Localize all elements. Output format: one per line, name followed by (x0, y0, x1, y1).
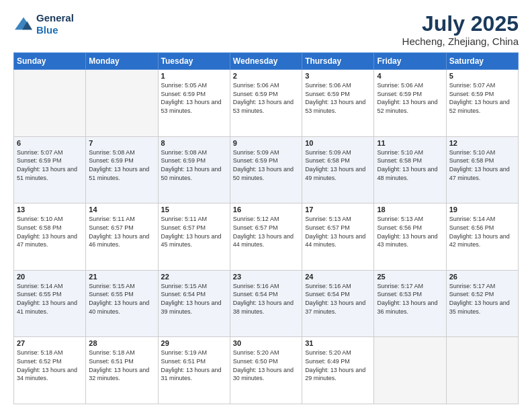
sub-title: Hecheng, Zhejiang, China (402, 36, 519, 47)
day-number: 11 (377, 139, 443, 147)
day-info: Sunrise: 5:07 AMSunset: 6:59 PMDaylight:… (449, 81, 515, 115)
day-info: Sunrise: 5:13 AMSunset: 6:57 PMDaylight:… (305, 215, 371, 248)
day-number: 30 (233, 339, 299, 347)
day-number: 8 (161, 139, 227, 147)
calendar-week-row: 1Sunrise: 5:05 AMSunset: 6:59 PMDaylight… (14, 70, 519, 137)
table-row: 19Sunrise: 5:14 AMSunset: 6:56 PMDayligh… (446, 203, 518, 271)
day-number: 3 (305, 72, 371, 80)
table-row: 3Sunrise: 5:06 AMSunset: 6:59 PMDaylight… (302, 70, 374, 137)
day-number: 23 (233, 273, 299, 281)
calendar-week-row: 27Sunrise: 5:18 AMSunset: 6:52 PMDayligh… (14, 337, 519, 404)
logo-text: General Blue (36, 12, 74, 36)
day-info: Sunrise: 5:15 AMSunset: 6:55 PMDaylight:… (89, 282, 154, 316)
day-info: Sunrise: 5:16 AMSunset: 6:54 PMDaylight:… (305, 282, 371, 316)
day-info: Sunrise: 5:16 AMSunset: 6:54 PMDaylight:… (233, 282, 299, 316)
table-row (14, 70, 86, 137)
day-info: Sunrise: 5:06 AMSunset: 6:59 PMDaylight:… (305, 81, 371, 115)
day-info: Sunrise: 5:08 AMSunset: 6:59 PMDaylight:… (89, 148, 154, 182)
table-row: 17Sunrise: 5:13 AMSunset: 6:57 PMDayligh… (302, 203, 374, 271)
day-number: 27 (17, 339, 83, 347)
day-number: 4 (377, 72, 443, 80)
day-info: Sunrise: 5:20 AMSunset: 6:49 PMDaylight:… (305, 349, 371, 382)
day-number: 29 (161, 339, 227, 347)
table-row: 13Sunrise: 5:10 AMSunset: 6:58 PMDayligh… (14, 203, 86, 271)
table-row: 10Sunrise: 5:09 AMSunset: 6:58 PMDayligh… (302, 136, 374, 203)
header: General Blue July 2025 Hecheng, Zhejiang… (13, 12, 519, 47)
table-row: 28Sunrise: 5:18 AMSunset: 6:51 PMDayligh… (86, 337, 158, 404)
page: General Blue July 2025 Hecheng, Zhejiang… (0, 0, 532, 411)
day-info: Sunrise: 5:10 AMSunset: 6:58 PMDaylight:… (449, 148, 515, 182)
table-row: 5Sunrise: 5:07 AMSunset: 6:59 PMDaylight… (446, 70, 518, 137)
table-row: 23Sunrise: 5:16 AMSunset: 6:54 PMDayligh… (230, 270, 302, 337)
day-info: Sunrise: 5:11 AMSunset: 6:57 PMDaylight:… (161, 215, 227, 248)
table-row (446, 337, 518, 404)
table-row: 1Sunrise: 5:05 AMSunset: 6:59 PMDaylight… (158, 70, 230, 137)
calendar-week-row: 20Sunrise: 5:14 AMSunset: 6:55 PMDayligh… (14, 270, 519, 337)
table-row: 30Sunrise: 5:20 AMSunset: 6:50 PMDayligh… (230, 337, 302, 404)
table-row: 22Sunrise: 5:15 AMSunset: 6:54 PMDayligh… (158, 270, 230, 337)
day-info: Sunrise: 5:07 AMSunset: 6:59 PMDaylight:… (17, 148, 83, 182)
table-row: 9Sunrise: 5:09 AMSunset: 6:59 PMDaylight… (230, 136, 302, 203)
table-row: 11Sunrise: 5:10 AMSunset: 6:58 PMDayligh… (374, 136, 446, 203)
day-number: 22 (161, 273, 227, 281)
logo-icon (13, 16, 34, 32)
day-number: 31 (305, 339, 371, 347)
table-row: 29Sunrise: 5:19 AMSunset: 6:51 PMDayligh… (158, 337, 230, 404)
col-friday: Friday (374, 53, 446, 70)
day-info: Sunrise: 5:18 AMSunset: 6:51 PMDaylight:… (89, 349, 154, 382)
day-number: 16 (233, 205, 299, 214)
day-number: 15 (161, 205, 227, 214)
table-row: 4Sunrise: 5:06 AMSunset: 6:59 PMDaylight… (374, 70, 446, 137)
day-number: 25 (377, 273, 443, 281)
col-wednesday: Wednesday (230, 53, 302, 70)
day-number: 7 (89, 139, 154, 147)
table-row: 14Sunrise: 5:11 AMSunset: 6:57 PMDayligh… (86, 203, 158, 271)
day-number: 12 (449, 139, 515, 147)
main-title: July 2025 (402, 12, 519, 36)
title-block: July 2025 Hecheng, Zhejiang, China (402, 12, 519, 47)
table-row: 16Sunrise: 5:12 AMSunset: 6:57 PMDayligh… (230, 203, 302, 271)
day-info: Sunrise: 5:10 AMSunset: 6:58 PMDaylight:… (17, 215, 83, 248)
table-row (374, 337, 446, 404)
day-number: 1 (161, 72, 227, 80)
table-row: 25Sunrise: 5:17 AMSunset: 6:53 PMDayligh… (374, 270, 446, 337)
table-row: 8Sunrise: 5:08 AMSunset: 6:59 PMDaylight… (158, 136, 230, 203)
day-info: Sunrise: 5:09 AMSunset: 6:58 PMDaylight:… (305, 148, 371, 182)
day-info: Sunrise: 5:09 AMSunset: 6:59 PMDaylight:… (233, 148, 299, 182)
day-info: Sunrise: 5:19 AMSunset: 6:51 PMDaylight:… (161, 349, 227, 382)
day-number: 18 (377, 205, 443, 214)
day-info: Sunrise: 5:12 AMSunset: 6:57 PMDaylight:… (233, 215, 299, 248)
day-number: 9 (233, 139, 299, 147)
table-row: 2Sunrise: 5:06 AMSunset: 6:59 PMDaylight… (230, 70, 302, 137)
table-row: 18Sunrise: 5:13 AMSunset: 6:56 PMDayligh… (374, 203, 446, 271)
day-info: Sunrise: 5:20 AMSunset: 6:50 PMDaylight:… (233, 349, 299, 382)
col-monday: Monday (86, 53, 158, 70)
day-info: Sunrise: 5:14 AMSunset: 6:55 PMDaylight:… (17, 282, 83, 316)
day-info: Sunrise: 5:10 AMSunset: 6:58 PMDaylight:… (377, 148, 443, 182)
day-info: Sunrise: 5:05 AMSunset: 6:59 PMDaylight:… (161, 81, 227, 115)
day-info: Sunrise: 5:06 AMSunset: 6:59 PMDaylight:… (377, 81, 443, 115)
day-number: 10 (305, 139, 371, 147)
table-row: 31Sunrise: 5:20 AMSunset: 6:49 PMDayligh… (302, 337, 374, 404)
table-row: 21Sunrise: 5:15 AMSunset: 6:55 PMDayligh… (86, 270, 158, 337)
day-info: Sunrise: 5:17 AMSunset: 6:53 PMDaylight:… (377, 282, 443, 316)
day-number: 26 (449, 273, 515, 281)
day-info: Sunrise: 5:13 AMSunset: 6:56 PMDaylight:… (377, 215, 443, 248)
col-thursday: Thursday (302, 53, 374, 70)
calendar-week-row: 6Sunrise: 5:07 AMSunset: 6:59 PMDaylight… (14, 136, 519, 203)
table-row: 7Sunrise: 5:08 AMSunset: 6:59 PMDaylight… (86, 136, 158, 203)
logo: General Blue (13, 12, 74, 36)
day-number: 17 (305, 205, 371, 214)
col-sunday: Sunday (14, 53, 86, 70)
calendar-header-row: Sunday Monday Tuesday Wednesday Thursday… (14, 53, 519, 70)
day-number: 20 (17, 273, 83, 281)
day-number: 24 (305, 273, 371, 281)
day-number: 2 (233, 72, 299, 80)
table-row: 6Sunrise: 5:07 AMSunset: 6:59 PMDaylight… (14, 136, 86, 203)
day-number: 28 (89, 339, 154, 347)
day-number: 6 (17, 139, 83, 147)
day-info: Sunrise: 5:11 AMSunset: 6:57 PMDaylight:… (89, 215, 154, 248)
day-info: Sunrise: 5:15 AMSunset: 6:54 PMDaylight:… (161, 282, 227, 316)
day-info: Sunrise: 5:14 AMSunset: 6:56 PMDaylight:… (449, 215, 515, 248)
table-row: 12Sunrise: 5:10 AMSunset: 6:58 PMDayligh… (446, 136, 518, 203)
